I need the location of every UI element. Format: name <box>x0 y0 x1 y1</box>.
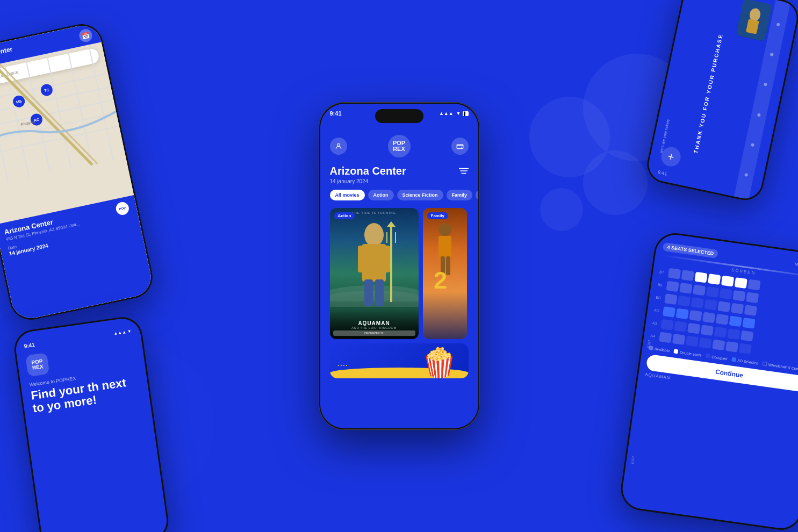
svg-rect-20 <box>362 244 386 282</box>
row-label-bb: BB <box>656 295 664 300</box>
seat-a3-3[interactable] <box>687 323 700 334</box>
aquaman-title-main: AQUAMAN <box>333 320 415 326</box>
seat-a4-5[interactable] <box>712 339 725 350</box>
movie-card-family[interactable]: 2 Family <box>423 208 467 339</box>
seat-a4-7 <box>739 343 752 354</box>
filter-icon[interactable] <box>459 167 469 176</box>
row-label-b7: B7 <box>659 270 667 275</box>
app-logo: POPREX <box>388 135 411 157</box>
seat-bb-3 <box>691 297 704 308</box>
seat-a3-7[interactable] <box>741 330 753 342</box>
signal-icon: ▲▲▲ <box>439 111 454 116</box>
seat-b7-7[interactable] <box>747 279 760 291</box>
wallet-button[interactable] <box>451 138 469 155</box>
ticket-thank-you-text: THANK YOU FOR YOUR PURCHASE <box>693 33 724 154</box>
seat-a4-6[interactable] <box>725 341 738 353</box>
logo-circle: POPREX <box>388 135 411 157</box>
row-label-b8: B8 <box>657 283 665 287</box>
legend-occupied-dot <box>706 354 710 358</box>
seat-b8-7[interactable] <box>746 292 759 303</box>
svg-text:2: 2 <box>434 267 447 294</box>
seat-a3-2 <box>674 321 687 332</box>
seat-bb-6[interactable] <box>731 303 744 314</box>
popcorn-bucket-icon: 🍿 <box>421 349 458 378</box>
ticket-dot-1 <box>777 23 780 26</box>
seat-ad-6[interactable] <box>729 315 742 327</box>
ticket-dot-3 <box>764 83 767 87</box>
svg-line-12 <box>0 48 98 179</box>
seat-b8-2[interactable] <box>679 283 692 294</box>
seat-bb-5[interactable] <box>717 301 730 312</box>
seat-b8-3[interactable] <box>693 284 706 296</box>
wifi-icon: ▼ <box>456 111 461 116</box>
row-label-a4: A4 <box>650 334 658 339</box>
aquaman-title-sub: AND THE LOST KINGDOM <box>333 326 415 329</box>
aquaman-figure <box>342 216 406 313</box>
wallet-icon <box>456 142 464 150</box>
svg-rect-29 <box>438 236 451 257</box>
tab-rom[interactable]: Rom <box>476 190 478 200</box>
tab-all-movies[interactable]: All movies <box>330 190 365 200</box>
tab-science-fiction[interactable]: Science Fiction <box>397 190 443 200</box>
right-top-phone-ticket: THANK YOU FOR YOUR PURCHASE + 9:41 H <box>644 0 798 204</box>
svg-rect-14 <box>457 145 463 149</box>
seat-a3-1 <box>660 319 673 330</box>
seat-b7-5[interactable] <box>721 276 734 287</box>
bottom-left-phone-welcome: 9:41 ▲▲▲ ▼ POPREX Welcome to POPREX Find… <box>12 314 171 532</box>
legend-occupied: Occupied <box>706 354 728 361</box>
svg-point-28 <box>438 223 451 236</box>
aquaman-genre-badge: Action <box>334 212 355 219</box>
svg-rect-22 <box>383 246 390 272</box>
svg-point-19 <box>364 223 384 247</box>
seat-b7-2[interactable] <box>681 270 694 281</box>
seat-ad-5[interactable] <box>716 314 729 325</box>
svg-point-13 <box>337 143 340 146</box>
seat-a3-4[interactable] <box>701 325 714 336</box>
bl-status-bar: 9:41 ▲▲▲ ▼ <box>24 328 132 349</box>
ticket-dot-6 <box>744 173 748 177</box>
seat-ad-3[interactable] <box>689 310 702 321</box>
cinema-info: Arizona Center 14 january 2024 <box>320 162 478 186</box>
tab-family[interactable]: Family <box>447 190 473 200</box>
seat-bb-7[interactable] <box>744 305 757 316</box>
movie-card-aquaman[interactable]: THE TIDE IS TURNING Action AQUAMAN AND T… <box>330 208 419 339</box>
seat-a4-3 <box>686 335 699 347</box>
right-bottom-phone-seats: 4 SEATS SELECTED MAX SCREEN SCREEN B7 <box>618 231 798 532</box>
profile-button[interactable] <box>330 138 347 155</box>
calendar-icon[interactable]: 📅 <box>78 28 93 43</box>
svg-point-15 <box>461 147 462 148</box>
seat-ad-1[interactable] <box>663 306 675 318</box>
seat-bb-1[interactable] <box>664 293 677 305</box>
seat-ad-7[interactable] <box>742 318 755 329</box>
seat-ad-2[interactable] <box>676 308 689 319</box>
seat-b8-1[interactable] <box>666 281 679 292</box>
legend-ad: AD Selected <box>731 357 759 365</box>
genre-tabs: All movies Action Science Fiction Family… <box>320 186 478 204</box>
screen-label: MAX SCREEN <box>794 262 798 271</box>
welcome-logo: POPREX <box>25 353 49 377</box>
legend-double-dot <box>674 349 679 354</box>
svg-rect-24 <box>375 279 384 306</box>
seat-a3-6 <box>727 328 740 340</box>
seat-a4-1[interactable] <box>659 332 672 343</box>
seat-b7-3[interactable] <box>694 272 707 283</box>
seat-a4-2[interactable] <box>672 334 685 345</box>
seat-b8-6[interactable] <box>732 290 745 301</box>
left-phone-map: Arizona Center 14 january 2024 📅 🔍 Type … <box>0 20 156 324</box>
tab-action[interactable]: Action <box>368 190 394 200</box>
bl-wifi-icon: ▼ <box>127 329 132 334</box>
svg-rect-23 <box>364 279 373 306</box>
popcorn-banner: 🍿 • • • • <box>330 343 469 378</box>
seat-b7-6[interactable] <box>735 277 747 289</box>
svg-rect-21 <box>358 246 365 272</box>
ticket-dot-2 <box>770 53 774 56</box>
svg-rect-25 <box>390 227 392 302</box>
seat-b7-4[interactable] <box>708 274 721 285</box>
svg-line-10 <box>89 45 113 160</box>
phone-notch <box>375 109 423 123</box>
seat-a3-5 <box>714 327 727 338</box>
family-figures: 2 <box>426 219 464 299</box>
seat-ad-4[interactable] <box>702 312 715 323</box>
center-phone-main: 9:41 ▲▲▲ ▼ ▌ POPREX <box>319 102 480 430</box>
seat-b7-1[interactable] <box>668 268 681 279</box>
